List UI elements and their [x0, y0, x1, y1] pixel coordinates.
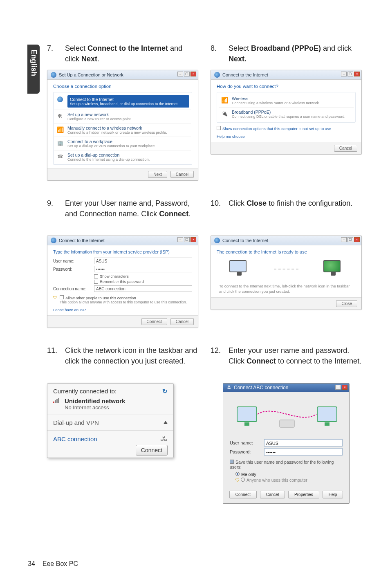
- product-name: Eee Box PC: [43, 560, 78, 568]
- cancel-button[interactable]: Cancel: [170, 318, 194, 325]
- maximize-icon[interactable]: ▢: [184, 72, 190, 76]
- radio-me-only[interactable]: [235, 472, 240, 476]
- help-link-help-choose[interactable]: Help me choose: [217, 134, 356, 139]
- globe-icon: [51, 72, 56, 78]
- step-8: 8. Select Broadband (PPPoE) and click Ne…: [211, 43, 362, 64]
- network-name: Unidentified network: [65, 397, 125, 404]
- svg-rect-4: [280, 420, 294, 427]
- wizard-isp-info: Connect to the Internet – ▢ × Type the i…: [47, 236, 198, 328]
- dialog-title-bar: 🖧 Connect ABC connection ? ×: [223, 384, 349, 392]
- username-label: User name:: [230, 440, 260, 445]
- window-title-bar: Connect to the Internet – ▢ ×: [211, 70, 361, 80]
- show-chars-checkbox[interactable]: [94, 274, 98, 278]
- step-text: Click Close to finish the configuration.: [229, 198, 362, 209]
- minimize-icon[interactable]: –: [177, 237, 183, 242]
- close-icon[interactable]: ×: [354, 72, 360, 76]
- globe-icon: [57, 97, 63, 102]
- step-text: Enter your User name and, Password, and …: [65, 198, 198, 219]
- password-input[interactable]: ••••••: [94, 266, 192, 272]
- connect-button[interactable]: Connect: [141, 318, 167, 325]
- wizard-heading: Choose a connection option: [53, 84, 192, 89]
- option-workplace[interactable]: 🏢 Connect to a workplace Set up a dial-u…: [54, 137, 191, 150]
- dialog-title: Connect ABC connection: [234, 385, 288, 391]
- properties-button[interactable]: Properties: [288, 491, 319, 498]
- close-icon[interactable]: ×: [191, 237, 196, 242]
- option-wireless[interactable]: 📶 Wireless Connect using a wireless rout…: [219, 94, 354, 107]
- remember-checkbox[interactable]: [94, 280, 98, 284]
- network-flyout: Currently connected to: ↻ Unidentified n…: [47, 383, 174, 458]
- broadband-icon: 🔌: [220, 110, 229, 118]
- radio-anyone[interactable]: [241, 478, 245, 482]
- username-input[interactable]: ASUS: [94, 258, 192, 264]
- network-bars-icon: [53, 397, 61, 403]
- step-number: 10.: [211, 198, 220, 209]
- option-new-network[interactable]: 🛠 Set up a new network Configure a new r…: [54, 110, 191, 123]
- network-status: No Internet access: [65, 404, 125, 411]
- minimize-icon[interactable]: –: [341, 72, 347, 76]
- help-button[interactable]: Help: [323, 491, 343, 498]
- globe-icon: [214, 72, 220, 78]
- language-label: English: [29, 49, 38, 76]
- step-number: 11.: [47, 345, 57, 366]
- help-icon[interactable]: ?: [335, 385, 341, 390]
- cancel-button[interactable]: Cancel: [170, 171, 194, 178]
- window-title: Connect to the Internet: [222, 238, 268, 243]
- svg-rect-0: [237, 407, 257, 422]
- wizard-heading: How do you want to connect?: [217, 84, 356, 89]
- step-number: 9.: [47, 198, 57, 219]
- close-icon[interactable]: ×: [342, 385, 347, 390]
- connect-button[interactable]: Connect: [229, 491, 257, 498]
- shield-icon: 🛡: [235, 478, 240, 483]
- close-icon[interactable]: ×: [191, 72, 196, 76]
- username-label: User name:: [53, 259, 90, 263]
- flyout-section-title: Dial-up and VPN: [53, 419, 99, 426]
- step-number: 7.: [47, 43, 57, 64]
- modem-icon: 🖧: [160, 435, 168, 443]
- connect-button[interactable]: Connect: [136, 445, 168, 456]
- maximize-icon[interactable]: ▢: [184, 237, 190, 242]
- no-isp-link[interactable]: I don't have an ISP: [53, 307, 192, 312]
- minimize-icon[interactable]: –: [341, 237, 347, 242]
- chevron-up-icon[interactable]: [164, 421, 168, 424]
- option-connect-internet[interactable]: Connect to the Internet Set up a wireles…: [54, 93, 191, 110]
- password-label: Password:: [53, 267, 90, 272]
- password-label: Password:: [230, 449, 260, 454]
- minimize-icon[interactable]: –: [177, 72, 183, 76]
- globe-icon: [214, 238, 220, 243]
- network-small-icon: 🖧: [226, 385, 231, 391]
- globe-icon: [51, 238, 56, 243]
- save-password-checkbox[interactable]: [230, 460, 234, 464]
- password-input[interactable]: ••••••: [264, 448, 343, 456]
- next-button[interactable]: Next: [148, 171, 167, 178]
- close-icon[interactable]: ×: [354, 237, 360, 242]
- wizard-heading: Type the information from your Internet …: [53, 249, 192, 254]
- svg-rect-3: [325, 422, 329, 426]
- option-broadband[interactable]: 🔌 Broadband (PPPoE) Connect using DSL or…: [219, 107, 354, 121]
- step-9: 9. Enter your User name and, Password, a…: [47, 198, 198, 219]
- wifi-icon: 📶: [56, 126, 64, 134]
- connection-name-label: Connection name:: [53, 287, 90, 291]
- wizard-how-connect: Connect to the Internet – ▢ × How do you…: [211, 70, 362, 155]
- maximize-icon[interactable]: ▢: [347, 72, 353, 76]
- step-text: Click the network icon in the taskbar an…: [65, 345, 198, 366]
- option-dialup[interactable]: ☎ Set up a dial-up connection Connect to…: [54, 150, 191, 164]
- help-link-show-options[interactable]: Show connection options that this comput…: [217, 126, 356, 131]
- window-title: Set Up a Connection or Network: [59, 72, 123, 77]
- svg-rect-1: [244, 422, 249, 426]
- wifi-bars-icon: 📶: [220, 96, 229, 104]
- step-7: 7. Select Connect to the Internet and cl…: [47, 43, 198, 64]
- connection-item[interactable]: ABC connection: [53, 435, 97, 442]
- cancel-button[interactable]: Cancel: [334, 145, 357, 152]
- computer-icon: [229, 260, 249, 278]
- connection-name-input[interactable]: ABC connection: [94, 285, 192, 292]
- username-input[interactable]: ASUS: [264, 439, 343, 447]
- step-text: Select Connect to the Internet and click…: [65, 43, 198, 64]
- refresh-icon[interactable]: ↻: [162, 388, 168, 395]
- allow-others-checkbox[interactable]: [60, 295, 64, 299]
- router-icon: 🛠: [56, 112, 64, 120]
- cancel-button[interactable]: Cancel: [260, 491, 285, 498]
- option-wireless-manual[interactable]: 📶 Manually connect to a wireless network…: [54, 123, 191, 137]
- maximize-icon[interactable]: ▢: [347, 237, 353, 242]
- connection-line-icon: [274, 269, 298, 269]
- close-button[interactable]: Close: [336, 300, 357, 307]
